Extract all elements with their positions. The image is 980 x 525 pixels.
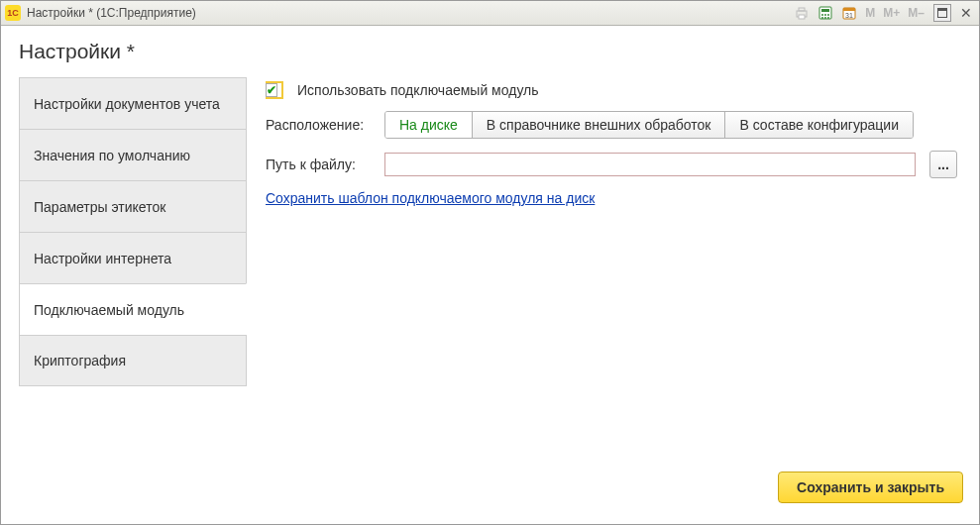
calendar-icon[interactable]: 31 bbox=[840, 4, 858, 22]
main-content: ✔ Использовать подключаемый модуль Распо… bbox=[265, 77, 961, 463]
save-close-button[interactable]: Сохранить и закрыть bbox=[778, 472, 963, 503]
memory-m-icon[interactable]: M bbox=[864, 4, 876, 22]
window-root: 1C Настройки * (1С:Предприятие) 31 M M+ … bbox=[0, 0, 980, 525]
page: Настройки * Настройки документов учета З… bbox=[1, 26, 979, 524]
print-icon[interactable] bbox=[793, 4, 811, 22]
close-button[interactable]: ✕ bbox=[957, 4, 975, 22]
svg-rect-2 bbox=[799, 15, 805, 19]
svg-rect-1 bbox=[799, 8, 805, 11]
sidebar: Настройки документов учета Значения по у… bbox=[19, 77, 247, 463]
memory-mplus-icon[interactable]: M+ bbox=[882, 4, 901, 22]
sidebar-item-plugin[interactable]: Подключаемый модуль bbox=[19, 283, 247, 335]
sidebar-item-internet[interactable]: Настройки интернета bbox=[19, 232, 247, 283]
calculator-icon[interactable] bbox=[817, 4, 834, 22]
sidebar-item-label: Значения по умолчанию bbox=[34, 148, 190, 163]
footer: Сохранить и закрыть bbox=[1, 463, 979, 524]
path-label: Путь к файлу: bbox=[266, 157, 377, 172]
sidebar-item-label: Настройки интернета bbox=[34, 251, 171, 266]
save-template-row: Сохранить шаблон подключаемого модуля на… bbox=[266, 190, 957, 206]
location-option-disk[interactable]: На диске bbox=[385, 112, 473, 138]
path-browse-button[interactable]: ... bbox=[929, 151, 957, 178]
memory-mminus-icon[interactable]: M– bbox=[907, 4, 926, 22]
sidebar-item-label: Параметры этикеток bbox=[34, 199, 165, 215]
product-logo-icon: 1C bbox=[5, 5, 21, 21]
sidebar-item-label: Настройки документов учета bbox=[34, 96, 220, 112]
path-input[interactable] bbox=[384, 153, 916, 176]
location-label: Расположение: bbox=[266, 117, 377, 133]
checkbox-inner: ✔ bbox=[266, 83, 277, 97]
location-segment: На диске В справочнике внешних обработок… bbox=[384, 111, 914, 139]
svg-text:31: 31 bbox=[845, 12, 853, 19]
titlebar-icons: 31 M M+ M– ✕ bbox=[793, 4, 975, 22]
svg-point-9 bbox=[824, 17, 826, 19]
sidebar-item-label: Подключаемый модуль bbox=[34, 302, 184, 318]
maximize-button[interactable] bbox=[933, 4, 951, 22]
svg-rect-4 bbox=[821, 9, 829, 12]
sidebar-item-doc-settings[interactable]: Настройки документов учета bbox=[19, 77, 247, 129]
check-icon: ✔ bbox=[267, 84, 276, 96]
svg-point-8 bbox=[821, 17, 823, 19]
use-plugin-row: ✔ Использовать подключаемый модуль bbox=[266, 81, 957, 99]
body: Настройки документов учета Значения по у… bbox=[1, 77, 979, 463]
save-template-link[interactable]: Сохранить шаблон подключаемого модуля на… bbox=[266, 190, 595, 206]
svg-point-10 bbox=[827, 17, 829, 19]
window-title: Настройки * (1С:Предприятие) bbox=[27, 6, 196, 20]
svg-point-5 bbox=[821, 14, 823, 16]
path-row: Путь к файлу: ... bbox=[266, 151, 957, 178]
svg-point-7 bbox=[827, 14, 829, 16]
sidebar-item-defaults[interactable]: Значения по умолчанию bbox=[19, 129, 247, 180]
location-row: Расположение: На диске В справочнике вне… bbox=[266, 111, 957, 139]
page-title: Настройки * bbox=[1, 26, 979, 77]
location-option-catalog[interactable]: В справочнике внешних обработок bbox=[473, 112, 726, 138]
sidebar-item-labels[interactable]: Параметры этикеток bbox=[19, 180, 247, 232]
use-plugin-label: Использовать подключаемый модуль bbox=[297, 82, 539, 98]
titlebar: 1C Настройки * (1С:Предприятие) 31 M M+ … bbox=[1, 1, 979, 26]
use-plugin-checkbox[interactable]: ✔ bbox=[266, 81, 283, 99]
svg-point-6 bbox=[824, 14, 826, 16]
sidebar-item-crypto[interactable]: Криптография bbox=[19, 335, 247, 386]
sidebar-item-label: Криптография bbox=[34, 353, 126, 368]
location-option-config[interactable]: В составе конфигурации bbox=[725, 112, 913, 138]
